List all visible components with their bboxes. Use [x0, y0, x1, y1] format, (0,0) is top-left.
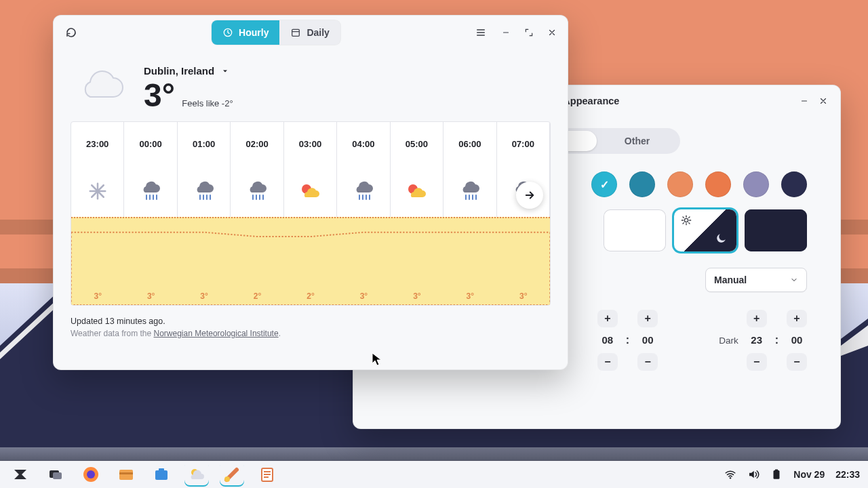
- taskbar-app-software[interactable]: [149, 462, 174, 487]
- hour-time: 03:00: [284, 122, 337, 165]
- hour-temp: 3°: [124, 218, 177, 306]
- current-conditions: Dublin, Ireland 3° Feels like -2°: [71, 50, 551, 121]
- current-temp: 3°: [144, 79, 175, 112]
- taskbar: Nov 29 22:33: [0, 461, 868, 488]
- sun-icon: [681, 215, 692, 226]
- taskbar-app-firefox[interactable]: [79, 462, 103, 487]
- current-weather-icon: [71, 62, 132, 110]
- taskview-button[interactable]: [43, 462, 68, 487]
- attribution-prefix: Weather data from the: [71, 329, 154, 338]
- svg-rect-45: [53, 472, 62, 479]
- location-selector[interactable]: Dublin, Ireland: [144, 65, 233, 77]
- moon-icon: [715, 232, 727, 245]
- schedule-mode-select[interactable]: Manual: [705, 268, 807, 292]
- hour-weather-icon: [443, 165, 496, 217]
- clock-icon: [222, 27, 233, 38]
- taskbar-app-notes[interactable]: [255, 462, 279, 487]
- dark-hour-value: 23: [747, 331, 767, 349]
- accent-swatch-3[interactable]: [705, 171, 731, 197]
- hour-time: 07:00: [497, 122, 550, 165]
- hour-time: 05:00: [391, 122, 443, 165]
- svg-rect-48: [119, 470, 133, 480]
- accent-swatch-2[interactable]: [667, 171, 693, 197]
- svg-point-58: [730, 477, 731, 479]
- taskbar-app-files[interactable]: [114, 462, 138, 487]
- appearance-tab-other[interactable]: Other: [597, 131, 677, 151]
- tab-daily[interactable]: Daily: [279, 20, 340, 45]
- hour-temp: 3°: [497, 218, 550, 306]
- schedule-mode-value: Manual: [714, 274, 747, 285]
- hour-time: 01:00: [178, 122, 231, 165]
- svg-rect-0: [802, 100, 807, 101]
- tab-hourly[interactable]: Hourly: [212, 20, 279, 45]
- light-min-minus[interactable]: −: [637, 353, 658, 371]
- taskbar-app-weather[interactable]: [184, 462, 209, 487]
- light-min-plus[interactable]: +: [637, 310, 658, 327]
- hour-time: 00:00: [124, 122, 177, 165]
- minimize-button[interactable]: [795, 92, 814, 110]
- tab-daily-label: Daily: [307, 27, 329, 38]
- hour-temp: 2°: [231, 218, 283, 306]
- location-label: Dublin, Ireland: [144, 65, 214, 77]
- close-button[interactable]: [814, 92, 833, 110]
- hour-temp: 2°: [284, 218, 337, 306]
- refresh-button[interactable]: [60, 21, 83, 44]
- accent-swatch-4[interactable]: [743, 171, 769, 197]
- hour-time: 04:00: [337, 122, 390, 165]
- accent-swatch-1[interactable]: [629, 171, 655, 197]
- hour-weather-icon: [231, 165, 283, 217]
- taskbar-app-appearance[interactable]: [220, 462, 244, 487]
- theme-dark-card[interactable]: [745, 209, 807, 251]
- hour-temp: 3°: [391, 218, 443, 306]
- weather-window: Hourly Daily: [53, 15, 568, 370]
- hour-temp: 3°: [178, 218, 231, 306]
- system-tray[interactable]: Nov 29 22:33: [724, 468, 860, 481]
- dark-hour-plus[interactable]: +: [747, 310, 767, 327]
- tab-hourly-label: Hourly: [239, 27, 269, 38]
- hour-time: 06:00: [443, 122, 496, 165]
- svg-rect-13: [503, 32, 509, 33]
- svg-line-9: [689, 217, 690, 218]
- hour-temp: 3°: [71, 218, 124, 306]
- dark-min-plus[interactable]: +: [787, 310, 807, 327]
- colon: :: [626, 334, 629, 346]
- taskbar-time: 22:33: [835, 469, 860, 480]
- svg-line-6: [683, 217, 684, 218]
- accent-swatch-0[interactable]: [591, 171, 617, 197]
- accent-swatch-5[interactable]: [781, 171, 807, 197]
- light-hour-plus[interactable]: +: [597, 310, 618, 327]
- light-hour-minus[interactable]: −: [597, 353, 618, 371]
- close-button[interactable]: [542, 23, 561, 42]
- scroll-next-button[interactable]: [516, 182, 543, 209]
- hour-weather-icon: [178, 165, 231, 217]
- hour-temp: 3°: [443, 218, 496, 306]
- light-min-value: 00: [637, 331, 658, 349]
- hour-weather-icon: [124, 165, 177, 217]
- maximize-button[interactable]: [519, 23, 538, 42]
- svg-line-7: [689, 223, 690, 224]
- start-button[interactable]: [8, 462, 33, 487]
- chevron-down-icon: [790, 276, 798, 284]
- dark-label: Dark: [719, 336, 738, 346]
- attribution-link[interactable]: Norwegian Meteorological Institute: [154, 329, 279, 338]
- theme-light-card[interactable]: [604, 209, 666, 251]
- hour-weather-icon: [337, 165, 390, 217]
- svg-rect-60: [775, 470, 778, 471]
- svg-point-1: [684, 218, 688, 222]
- taskbar-date: Nov 29: [793, 469, 825, 480]
- svg-line-8: [683, 223, 684, 224]
- dark-time-group: Dark + 23 − : + 00 −: [719, 310, 807, 371]
- dark-min-minus[interactable]: −: [787, 353, 807, 371]
- menu-button[interactable]: [469, 21, 492, 44]
- updated-text: Updated 13 minutes ago.: [71, 317, 551, 326]
- svg-rect-59: [774, 470, 780, 479]
- svg-point-47: [87, 470, 95, 479]
- svg-rect-49: [119, 472, 133, 474]
- feels-like: Feels like -2°: [182, 98, 233, 108]
- hour-weather-icon: [284, 165, 337, 217]
- dark-min-value: 00: [787, 331, 807, 349]
- dark-hour-minus[interactable]: −: [747, 353, 767, 371]
- theme-auto-card[interactable]: [674, 209, 736, 251]
- minimize-button[interactable]: [496, 23, 515, 42]
- hour-time: 02:00: [231, 122, 283, 165]
